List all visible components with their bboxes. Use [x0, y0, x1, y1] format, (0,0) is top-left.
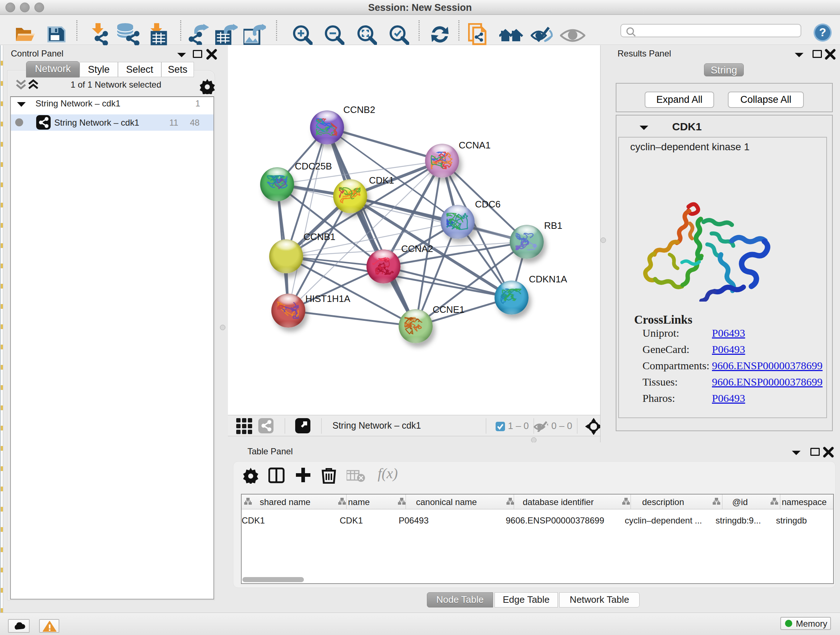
- svg-text:?: ?: [819, 26, 826, 39]
